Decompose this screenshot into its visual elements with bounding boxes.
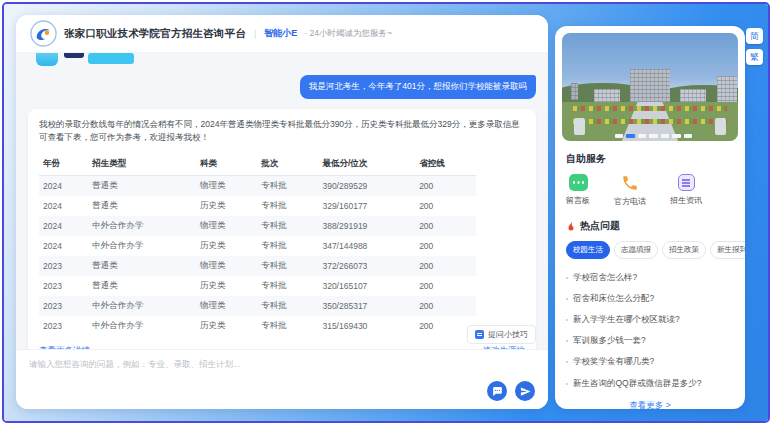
chat-panel: 张家口职业技术学院官方招生咨询平台 | 智能小E · 24小时竭诚为您服务~ 我… [16,15,548,409]
bullet-dot [566,340,568,342]
admission-score-table: 年份招生类型科类批次最低分/位次省控线 2024普通类物理类专科批390/289… [39,153,476,336]
bot-badge-partial [64,53,84,58]
service-label: 招生资讯 [670,195,702,206]
question-text: 学校奖学金有哪几类? [573,356,654,368]
table-row: 2024普通类历史类专科批329/160177200 [39,196,476,216]
table-cell: 2024 [39,216,88,236]
quick-chat-button[interactable] [487,381,507,401]
bullet-dot [566,298,568,300]
table-header-cell: 科类 [196,153,257,176]
question-text: 宿舍和床位怎么分配? [573,293,654,305]
hot-questions-title: 热点问题 [580,219,620,233]
table-cell: 历史类 [196,276,257,296]
send-button[interactable] [515,381,535,401]
bullet-dot [566,383,568,385]
question-item-2[interactable]: 宿舍和床位怎么分配? [566,288,734,309]
question-item-5[interactable]: 学校奖学金有哪几类? [566,352,734,373]
table-cell: 2023 [39,256,88,276]
tips-chat-icon [475,330,484,339]
bot-reply-text: 我校的录取分数线每年的情况会稍有不同，2024年普通类物理类专科批最低分390分… [39,118,525,145]
table-cell: 专科批 [257,196,318,216]
table-cell: 专科批 [257,256,318,276]
bot-tag-partial [88,53,134,64]
self-service-list: 留言板官方电话招生资讯 [566,174,734,207]
input-action-buttons [487,381,535,401]
score-table-body: 2024普通类物理类专科批390/2895292002024普通类历史类专科批3… [39,176,476,337]
table-cell: 物理类 [196,256,257,276]
table-cell: 2024 [39,236,88,256]
table-header-cell: 招生类型 [88,153,196,176]
bullet-dot [566,277,568,279]
admission-news-icon [678,174,695,191]
table-cell: 200 [415,256,476,276]
table-cell: 专科批 [257,296,318,316]
table-cell: 2024 [39,176,88,197]
table-row: 2023普通类物理类专科批372/266073200 [39,256,476,276]
table-cell: 200 [415,216,476,236]
bullet-dot [566,361,568,363]
header-bar: 张家口职业技术学院官方招生咨询平台 | 智能小E · 24小时竭诚为您服务~ [16,15,548,53]
flame-icon [566,220,576,232]
table-row: 2023中外合作办学历史类专科批315/169430200 [39,316,476,336]
table-cell: 物理类 [196,176,257,197]
hot-question-tabs: 校园生活志愿填报招生政策新生报到» [566,241,734,259]
edge-buttons: 简繁 [746,28,763,65]
self-service-item-1[interactable]: 留言板 [566,174,590,207]
table-cell: 中外合作办学 [88,216,196,236]
phone-icon [621,174,639,192]
table-cell: 中外合作办学 [88,316,196,336]
title-separator: | [254,29,256,39]
tab-3[interactable]: 招生政策 [662,241,706,259]
tips-row: 提问小技巧 [467,325,536,344]
tab-1[interactable]: 校园生活 [566,241,610,259]
table-cell: 物理类 [196,216,257,236]
question-item-1[interactable]: 学校宿舍怎么样? [566,267,734,288]
table-cell: 2023 [39,296,88,316]
campus-photo [562,33,738,141]
question-item-3[interactable]: 新入学学生在哪个校区就读? [566,309,734,330]
sidebar-content: 自助服务 留言板官方电话招生资讯 热点问题 校园生活志愿填报招生政策新生报到» … [555,147,745,409]
self-service-item-3[interactable]: 招生资讯 [670,174,702,207]
table-cell: 中外合作办学 [88,296,196,316]
question-item-4[interactable]: 军训服多少钱一套? [566,331,734,352]
table-cell: 普通类 [88,196,196,216]
table-header-cell: 批次 [257,153,318,176]
message-input[interactable]: 请输入您想咨询的问题，例如：专业、录取、招生计划... [29,359,535,371]
view-more-link[interactable]: 查看更多 > [566,394,734,409]
table-cell: 专科批 [257,216,318,236]
tab-2[interactable]: 志愿填报 [614,241,658,259]
table-row: 2023普通类历史类专科批320/165107200 [39,276,476,296]
user-message-bubble: 我是河北考生，今年考了401分，想报你们学校能被录取吗 [300,75,536,99]
table-cell: 200 [415,196,476,216]
table-cell: 专科批 [257,236,318,256]
edge-button-2[interactable]: 繁 [746,49,763,65]
message-board-icon [569,174,588,191]
question-item-6[interactable]: 新生咨询的QQ群或微信群是多少? [566,373,734,394]
self-service-item-2[interactable]: 官方电话 [614,174,646,207]
table-cell: 普通类 [88,256,196,276]
service-label: 留言板 [566,195,590,206]
table-cell: 200 [415,296,476,316]
table-cell: 315/169430 [318,316,415,336]
page-background: 张家口职业技术学院官方招生咨询平台 | 智能小E · 24小时竭诚为您服务~ 我… [4,4,768,421]
send-icon [520,386,531,397]
tips-label: 提问小技巧 [488,329,528,340]
table-row: 2024中外合作办学物理类专科批388/291919200 [39,216,476,236]
table-header-cell: 最低分/位次 [318,153,415,176]
table-header-cell: 省控线 [415,153,476,176]
hot-questions-header: 热点问题 [566,219,734,233]
question-text: 学校宿舍怎么样? [573,272,637,284]
question-tips-button[interactable]: 提问小技巧 [467,325,536,344]
table-cell: 2023 [39,276,88,296]
tab-4[interactable]: 新生报到 [710,241,745,259]
table-cell: 2023 [39,316,88,336]
table-cell: 专科批 [257,276,318,296]
table-cell: 历史类 [196,316,257,336]
table-row: 2024中外合作办学历史类专科批347/144988200 [39,236,476,256]
page-title: 张家口职业技术学院官方招生咨询平台 [64,27,246,41]
edge-button-1[interactable]: 简 [746,28,763,44]
table-cell: 390/289529 [318,176,415,197]
table-cell: 普通类 [88,176,196,197]
self-service-title: 自助服务 [566,152,734,166]
table-cell: 物理类 [196,296,257,316]
